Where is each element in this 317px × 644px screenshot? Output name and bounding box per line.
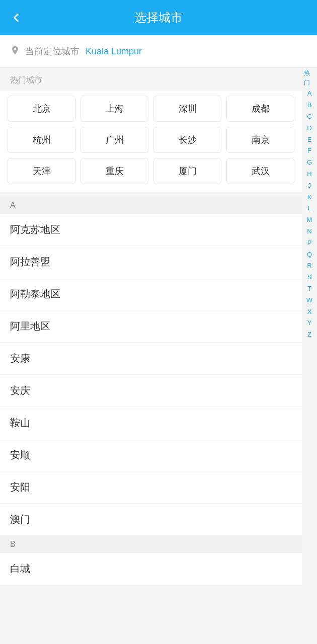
hot-city-button[interactable]: 长沙 — [153, 127, 221, 153]
hot-city-button[interactable]: 重庆 — [81, 158, 148, 184]
city-list: A阿克苏地区阿拉善盟阿勒泰地区阿里地区安康安庆鞍山安顺安阳澳门B白城 — [0, 197, 302, 585]
hot-city-button[interactable]: 广州 — [81, 127, 148, 153]
city-section-header: B — [0, 536, 302, 553]
index-bar-item[interactable]: A — [305, 88, 314, 100]
city-item[interactable]: 白城 — [0, 553, 302, 585]
index-bar-item[interactable]: H — [305, 169, 313, 180]
location-bar: 当前定位城市 Kuala Lumpur — [0, 35, 317, 68]
city-item[interactable]: 安康 — [0, 343, 302, 375]
header: 选择城市 — [0, 0, 317, 35]
index-bar-item[interactable]: 热门 — [302, 68, 317, 88]
back-button[interactable] — [10, 12, 22, 24]
index-bar-item[interactable]: B — [305, 100, 314, 111]
index-bar-item[interactable]: N — [305, 226, 313, 237]
index-bar-item[interactable]: K — [305, 192, 314, 203]
city-item[interactable]: 安庆 — [0, 375, 302, 407]
index-bar-item[interactable]: R — [305, 260, 313, 272]
location-label: 当前定位城市 — [25, 45, 80, 57]
hot-cities-grid: 北京上海深圳成都杭州广州长沙南京天津重庆厦门武汉 — [0, 91, 302, 192]
city-item[interactable]: 阿拉善盟 — [0, 246, 302, 278]
index-bar-item[interactable]: F — [305, 145, 313, 157]
index-bar-item[interactable]: G — [305, 157, 314, 169]
hot-city-button[interactable]: 武汉 — [226, 158, 294, 184]
index-bar-item[interactable]: X — [305, 306, 314, 318]
index-bar-item[interactable]: W — [304, 295, 314, 306]
hot-city-button[interactable]: 成都 — [226, 96, 294, 122]
hot-city-button[interactable]: 深圳 — [153, 96, 221, 122]
index-bar-item[interactable]: S — [305, 272, 314, 283]
location-icon — [10, 45, 20, 58]
hot-city-button[interactable]: 厦门 — [153, 158, 221, 184]
index-bar-item[interactable]: Z — [305, 329, 313, 341]
index-bar-item[interactable]: Y — [305, 317, 314, 329]
city-item[interactable]: 澳门 — [0, 504, 302, 536]
page-title: 选择城市 — [134, 10, 183, 26]
index-bar-item[interactable]: M — [305, 214, 314, 226]
hot-city-button[interactable]: 南京 — [226, 127, 294, 153]
city-item[interactable]: 安阳 — [0, 471, 302, 504]
main-content: 热门城市 北京上海深圳成都杭州广州长沙南京天津重庆厦门武汉 A阿克苏地区阿拉善盟… — [0, 68, 317, 585]
index-bar-item[interactable]: L — [305, 203, 313, 214]
hot-section-label: 热门城市 — [0, 68, 302, 91]
city-item[interactable]: 安顺 — [0, 439, 302, 471]
index-bar-item[interactable]: Q — [305, 249, 314, 261]
hot-city-button[interactable]: 杭州 — [8, 127, 75, 153]
city-item[interactable]: 阿克苏地区 — [0, 214, 302, 246]
index-bar: 热门ABCDEFGHJKLMNPQRSTWXYZ — [302, 68, 317, 341]
hot-city-button[interactable]: 北京 — [8, 96, 75, 122]
index-bar-item[interactable]: E — [305, 134, 314, 146]
hot-city-button[interactable]: 天津 — [8, 158, 75, 184]
city-section-header: A — [0, 197, 302, 214]
city-item[interactable]: 阿勒泰地区 — [0, 278, 302, 310]
index-bar-item[interactable]: D — [305, 123, 313, 134]
location-value: Kuala Lumpur — [86, 46, 142, 57]
city-item[interactable]: 阿里地区 — [0, 310, 302, 343]
city-item[interactable]: 鞍山 — [0, 407, 302, 439]
index-bar-item[interactable]: T — [305, 283, 313, 295]
hot-city-button[interactable]: 上海 — [81, 96, 148, 122]
index-bar-item[interactable]: P — [305, 237, 314, 249]
index-bar-item[interactable]: J — [306, 180, 313, 192]
index-bar-item[interactable]: C — [305, 111, 313, 123]
